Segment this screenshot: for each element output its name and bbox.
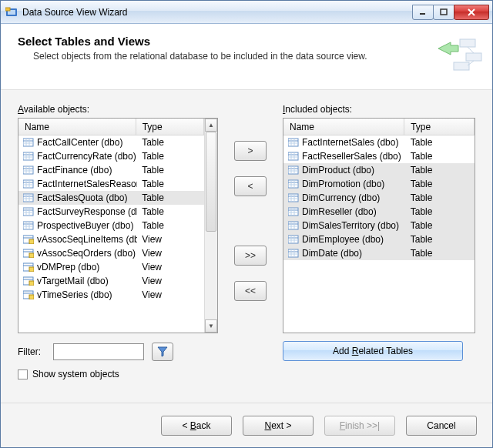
row-name: DimProduct (dbo) (283, 165, 406, 176)
row-type: View (137, 276, 204, 286)
scroll-thumb[interactable] (206, 132, 216, 232)
scroll-track[interactable] (205, 132, 217, 319)
available-listbox[interactable]: Name Type FactCallCenter (dbo)TableFactC… (18, 118, 218, 333)
table-row[interactable]: vTimeSeries (dbo)View (18, 288, 204, 302)
svg-rect-32 (23, 194, 33, 202)
add-button[interactable]: > (234, 141, 267, 161)
table-row[interactable]: FactSalesQuota (dbo)Table (18, 191, 204, 205)
scroll-up-icon[interactable]: ▲ (205, 119, 217, 132)
row-type: Table (406, 137, 475, 148)
row-type: Table (137, 220, 204, 231)
row-name: FactCallCenter (dbo) (18, 137, 137, 148)
col-name[interactable]: Name (283, 119, 404, 135)
funnel-icon (157, 346, 168, 357)
svg-rect-22 (23, 166, 33, 174)
cancel-button[interactable]: Cancel (406, 416, 477, 436)
table-row[interactable]: FactResellerSales (dbo)Table (283, 149, 475, 163)
table-row[interactable]: FactInternetSalesReason (...Table (18, 177, 204, 191)
table-row[interactable]: vAssocSeqLineItems (dbo)View (18, 232, 204, 246)
scrollbar[interactable]: ▲ ▼ (204, 119, 217, 333)
table-icon (288, 207, 299, 216)
row-type: Table (406, 234, 475, 245)
table-icon (23, 207, 34, 216)
available-label: Available objects: (18, 104, 218, 115)
row-name: ProspectiveBuyer (dbo) (18, 220, 137, 231)
close-button[interactable] (454, 5, 489, 20)
svg-rect-2 (5, 8, 10, 11)
table-icon (288, 193, 299, 202)
svg-rect-27 (23, 180, 33, 188)
table-row[interactable]: DimEmployee (dbo)Table (283, 232, 475, 246)
row-name: FactInternetSales (dbo) (283, 137, 406, 148)
filter-input[interactable] (53, 343, 144, 360)
svg-rect-82 (288, 194, 298, 202)
row-type: Table (137, 165, 204, 176)
row-name: vAssocSeqLineItems (dbo) (18, 234, 137, 245)
col-type[interactable]: Type (136, 119, 204, 135)
col-type[interactable]: Type (404, 119, 475, 135)
available-columns[interactable]: Name Type (18, 119, 204, 135)
table-icon (288, 152, 299, 161)
table-row[interactable]: FactCallCenter (dbo)Table (18, 135, 204, 149)
titlebar[interactable]: Data Source View Wizard (1, 1, 492, 24)
row-type: Table (406, 192, 475, 203)
view-icon (23, 249, 34, 258)
svg-rect-4 (441, 9, 447, 15)
table-row[interactable]: DimReseller (dbo)Table (283, 205, 475, 219)
app-icon (5, 6, 18, 18)
row-name: vDMPrep (dbo) (18, 262, 137, 272)
maximize-button[interactable] (433, 5, 454, 20)
included-columns[interactable]: Name Type (283, 119, 475, 135)
svg-rect-92 (288, 222, 298, 229)
filter-button[interactable] (152, 343, 173, 361)
table-icon (288, 165, 299, 175)
svg-rect-9 (454, 62, 469, 70)
table-row[interactable]: FactInternetSales (dbo)Table (283, 135, 475, 149)
table-row[interactable]: DimCurrency (dbo)Table (283, 191, 475, 205)
table-row[interactable]: vDMPrep (dbo)View (18, 260, 204, 274)
col-name[interactable]: Name (18, 119, 136, 135)
svg-rect-87 (288, 208, 298, 216)
table-row[interactable]: ProspectiveBuyer (dbo)Table (18, 219, 204, 232)
included-panel: Included objects: Name Type FactInternet… (283, 104, 475, 379)
svg-rect-58 (29, 281, 34, 286)
table-row[interactable]: FactFinance (dbo)Table (18, 163, 204, 177)
row-name: DimSalesTerritory (dbo) (283, 220, 406, 231)
table-icon (23, 152, 34, 161)
show-system-checkbox[interactable] (18, 369, 28, 379)
remove-button[interactable]: < (234, 176, 267, 196)
row-type: View (137, 289, 204, 300)
table-row[interactable]: FactSurveyResponse (dbo)Table (18, 205, 204, 219)
wizard-body: Available objects: Name Type FactCallCen… (1, 90, 492, 403)
table-row[interactable]: DimPromotion (dbo)Table (283, 177, 475, 191)
minimize-button[interactable] (412, 5, 434, 20)
included-listbox[interactable]: Name Type FactInternetSales (dbo)TableFa… (283, 118, 475, 333)
row-type: Table (137, 179, 204, 189)
row-type: Table (406, 220, 475, 231)
table-row[interactable]: DimSalesTerritory (dbo)Table (283, 219, 475, 232)
add-related-button[interactable]: Add Related Tables (283, 341, 463, 361)
row-type: View (137, 234, 204, 245)
add-all-button[interactable]: >> (234, 246, 267, 266)
next-button[interactable]: Next > (243, 416, 314, 436)
move-buttons: > < >> << (232, 104, 269, 379)
remove-all-button[interactable]: << (234, 281, 267, 301)
svg-rect-49 (29, 239, 34, 244)
row-type: Table (406, 206, 475, 217)
wizard-window: Data Source View Wizard Select Tables an… (0, 0, 493, 448)
table-icon (23, 193, 34, 202)
row-type: Table (406, 165, 475, 176)
scroll-down-icon[interactable]: ▼ (205, 319, 217, 333)
svg-rect-12 (23, 139, 33, 146)
row-name: DimEmployee (dbo) (283, 234, 406, 245)
view-icon (23, 235, 34, 244)
table-row[interactable]: FactCurrencyRate (dbo)Table (18, 149, 204, 163)
included-rows[interactable]: FactInternetSales (dbo)TableFactReseller… (283, 135, 475, 333)
table-row[interactable]: vAssocSeqOrders (dbo)View (18, 246, 204, 260)
table-row[interactable]: DimDate (dbo)Table (283, 246, 475, 260)
available-panel: Available objects: Name Type FactCallCen… (18, 104, 218, 379)
back-button[interactable]: < Back (161, 416, 232, 436)
available-rows[interactable]: FactCallCenter (dbo)TableFactCurrencyRat… (18, 135, 204, 333)
table-row[interactable]: DimProduct (dbo)Table (283, 163, 475, 177)
table-row[interactable]: vTargetMail (dbo)View (18, 274, 204, 288)
